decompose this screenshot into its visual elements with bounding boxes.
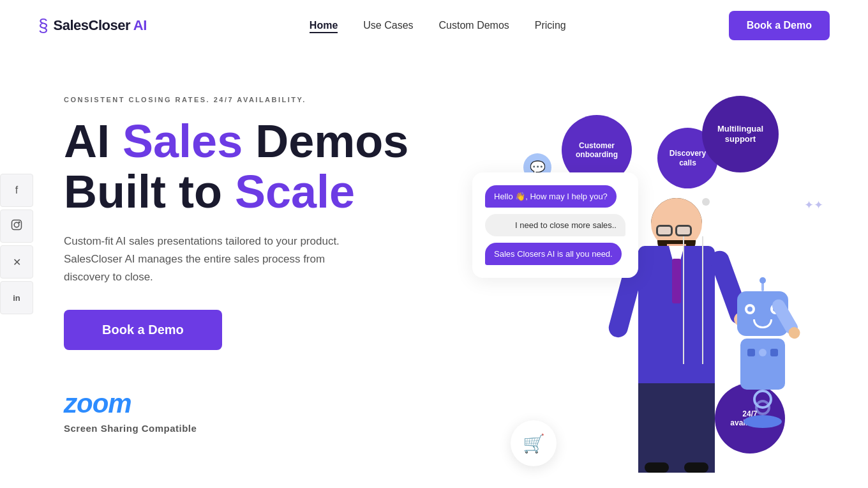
svg-point-1 bbox=[14, 222, 19, 227]
robot-base bbox=[744, 415, 782, 428]
hero-left: CONSISTENT CLOSING RATES. 24/7 AVAILABIL… bbox=[64, 70, 434, 434]
feature-discovery-label: Discoverycalls bbox=[670, 149, 706, 167]
chat-message-2: I need to close more sales.. bbox=[485, 214, 625, 236]
hero-title-sales: Sales bbox=[123, 116, 243, 167]
instagram-icon bbox=[11, 219, 22, 233]
nav-item-custom-demos[interactable]: Custom Demos bbox=[439, 20, 509, 31]
hero-title-line2: Built to Scale bbox=[64, 166, 355, 217]
facebook-icon: f bbox=[15, 185, 18, 196]
logo-text: SalesCloser AI bbox=[54, 17, 147, 34]
hero-description: Custom-fit AI sales presentations tailor… bbox=[64, 233, 370, 286]
robot-body bbox=[740, 339, 785, 390]
social-sidebar: f ✕ in bbox=[0, 174, 33, 314]
nav-item-use-cases[interactable]: Use Cases bbox=[363, 20, 413, 31]
robot-illustration bbox=[721, 291, 804, 428]
hero-book-demo-button[interactable]: Book a Demo bbox=[64, 310, 222, 350]
instagram-social-button[interactable] bbox=[0, 210, 33, 243]
robot-arm-up bbox=[770, 297, 800, 337]
hero-title-scale: Scale bbox=[235, 166, 355, 217]
person-head bbox=[651, 198, 702, 249]
nav-item-pricing[interactable]: Pricing bbox=[535, 20, 566, 31]
nav-item-home[interactable]: Home bbox=[310, 20, 338, 31]
svg-point-2 bbox=[19, 222, 20, 223]
hero-title-ai: AI bbox=[64, 116, 123, 167]
feature-customer-label: Customeronboarding bbox=[576, 141, 618, 160]
person-body bbox=[638, 246, 715, 386]
nav-links: Home Use Cases Custom Demos Pricing bbox=[310, 20, 566, 31]
navbar: § SalesCloser AI Home Use Cases Custom D… bbox=[0, 0, 868, 51]
hero-title-built: Built to bbox=[64, 166, 235, 217]
cart-icon: 🛒 bbox=[523, 433, 545, 454]
robot-head bbox=[737, 291, 788, 336]
twitter-icon: ✕ bbox=[13, 256, 21, 268]
decorative-line-right bbox=[702, 236, 703, 364]
feature-multilingual: Multilingualsupport bbox=[702, 96, 779, 172]
twitter-social-button[interactable]: ✕ bbox=[0, 245, 33, 278]
linkedin-social-button[interactable]: in bbox=[0, 281, 33, 314]
svg-rect-0 bbox=[12, 220, 22, 230]
person-legs bbox=[638, 383, 715, 473]
hero-section: CONSISTENT CLOSING RATES. 24/7 AVAILABIL… bbox=[0, 51, 868, 488]
chat-widget: Hello 👋, How may I help you? I need to c… bbox=[472, 172, 638, 278]
hero-title: AI Sales Demos Built to Scale bbox=[64, 116, 434, 217]
logo-icon: § bbox=[38, 17, 49, 34]
cart-bubble: 🛒 bbox=[511, 420, 557, 466]
logo[interactable]: § SalesCloser AI bbox=[38, 17, 147, 34]
nav-book-demo-button[interactable]: Book a Demo bbox=[729, 11, 830, 40]
feature-multilingual-label: Multilingualsupport bbox=[717, 124, 763, 144]
robot-spring-2 bbox=[755, 400, 770, 415]
linkedin-icon: in bbox=[13, 293, 20, 303]
hero-title-line1: AI Sales Demos bbox=[64, 116, 408, 167]
zoom-subtitle: Screen Sharing Compatible bbox=[64, 423, 434, 434]
zoom-logo-text: zoom bbox=[64, 388, 434, 419]
hero-illustration: Customeronboarding Discoverycalls Multil… bbox=[447, 70, 830, 488]
zoom-badge: zoom Screen Sharing Compatible bbox=[64, 388, 434, 434]
robot-smile bbox=[753, 319, 772, 328]
facebook-social-button[interactable]: f bbox=[0, 174, 33, 207]
robot-left-eye bbox=[745, 304, 755, 314]
sparkle-icon-2: ✦✦ bbox=[804, 198, 823, 212]
hero-title-demos: Demos bbox=[243, 116, 408, 167]
chat-message-1: Hello 👋, How may I help you? bbox=[485, 185, 617, 208]
decorative-line-left bbox=[683, 236, 684, 364]
chat-message-3: Sales Closers AI is all you need. bbox=[485, 243, 622, 265]
hero-tagline: CONSISTENT CLOSING RATES. 24/7 AVAILABIL… bbox=[64, 96, 434, 103]
